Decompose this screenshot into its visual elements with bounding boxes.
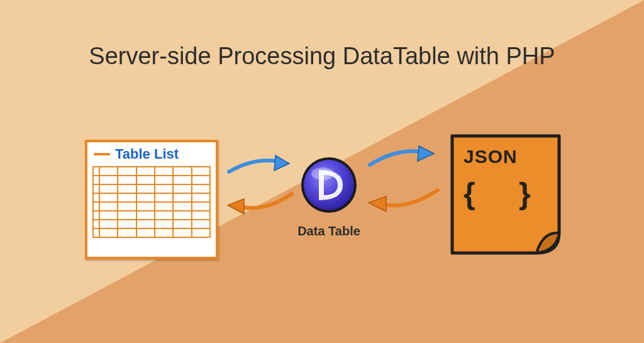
- datatable-label: Data Table: [281, 224, 377, 239]
- table-card-header: Table List: [87, 142, 216, 164]
- header-dash-icon: [94, 153, 110, 155]
- json-braces: { }: [464, 176, 548, 211]
- table-list-card: Table List: [85, 140, 218, 259]
- table-grid-rows: [92, 166, 211, 238]
- arrow-datatable-to-json-icon: [366, 145, 440, 172]
- json-label: JSON: [464, 146, 518, 167]
- svg-point-1: [304, 160, 354, 210]
- arrow-table-to-datatable-icon: [226, 153, 296, 179]
- table-card-title: Table List: [115, 146, 179, 162]
- diagram-stage: Server-side Processing DataTable with PH…: [0, 0, 644, 343]
- datatable-node: Data Table: [300, 156, 358, 216]
- table-grid: [87, 164, 216, 243]
- diagram-title: Server-side Processing DataTable with PH…: [0, 43, 644, 70]
- arrow-json-to-datatable-icon: [362, 184, 441, 214]
- datatable-logo-icon: [300, 156, 358, 214]
- json-document: JSON { }: [448, 132, 565, 258]
- arrow-datatable-to-table-icon: [221, 188, 296, 216]
